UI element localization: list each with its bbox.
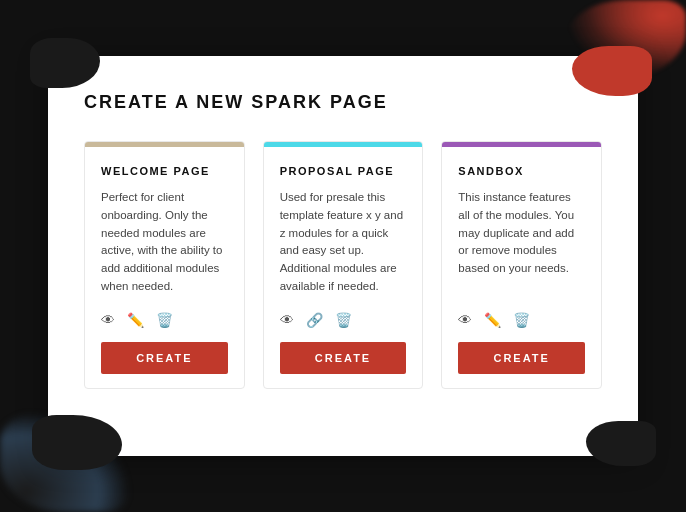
template-card-welcome: Welcome Page Perfect for client onboardi… [84,141,245,389]
eye-icon[interactable]: 👁 [101,312,115,328]
card-icons-proposal: 👁🔗🗑️ [280,312,407,328]
card-body-welcome: Welcome Page Perfect for client onboardi… [85,147,244,388]
link-icon[interactable]: 🔗 [306,312,323,328]
template-card-sandbox: Sandbox This instance features all of th… [441,141,602,389]
card-description-proposal: Used for presale this template feature x… [280,189,407,296]
create-button-proposal[interactable]: CREATE [280,342,407,374]
splatter-bottom-left [32,415,122,470]
page-title: Create a New Spark Page [84,92,602,113]
create-button-welcome[interactable]: CREATE [101,342,228,374]
create-button-sandbox[interactable]: CREATE [458,342,585,374]
splatter-top-left [30,38,100,88]
cards-row: Welcome Page Perfect for client onboardi… [84,141,602,389]
card-icons-welcome: 👁✏️🗑️ [101,312,228,328]
card-description-sandbox: This instance features all of the module… [458,189,585,296]
card-body-sandbox: Sandbox This instance features all of th… [442,147,601,388]
trash-icon[interactable]: 🗑️ [513,312,530,328]
eye-icon[interactable]: 👁 [458,312,472,328]
card-description-welcome: Perfect for client onboarding. Only the … [101,189,228,296]
card-body-proposal: Proposal Page Used for presale this temp… [264,147,423,388]
trash-icon[interactable]: 🗑️ [156,312,173,328]
card-title-welcome: Welcome Page [101,165,228,177]
splatter-top-right [572,46,652,96]
edit-icon[interactable]: ✏️ [127,312,144,328]
template-card-proposal: Proposal Page Used for presale this temp… [263,141,424,389]
card-icons-sandbox: 👁✏️🗑️ [458,312,585,328]
eye-icon[interactable]: 👁 [280,312,294,328]
edit-icon[interactable]: ✏️ [484,312,501,328]
trash-icon[interactable]: 🗑️ [335,312,352,328]
main-card: Create a New Spark Page Welcome Page Per… [48,56,638,456]
card-title-proposal: Proposal Page [280,165,407,177]
card-title-sandbox: Sandbox [458,165,585,177]
